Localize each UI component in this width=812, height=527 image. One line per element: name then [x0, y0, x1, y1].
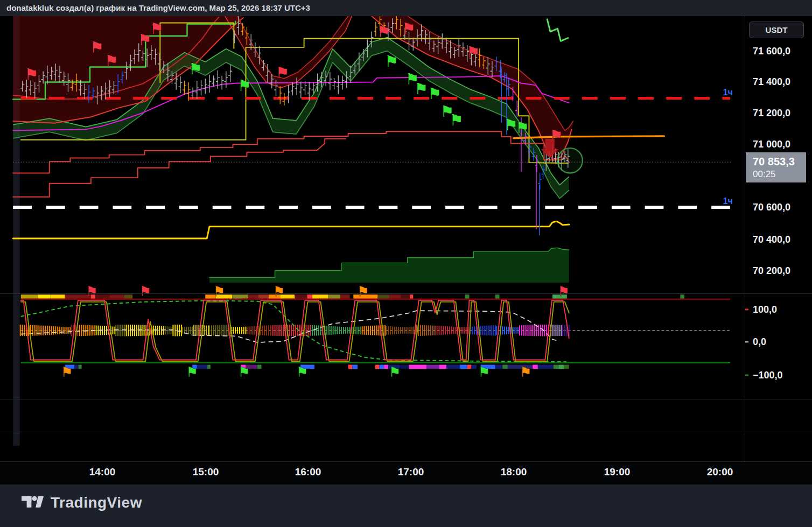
- signal-strip-segment: [312, 294, 328, 299]
- orange-flag-icon: ⚑: [213, 284, 225, 299]
- green-flag-icon: ⚑: [296, 364, 308, 380]
- signal-strip-segment: [197, 365, 207, 369]
- price-axis[interactable]: USDT 70 853,3 00:25 71 600,071 400,071 2…: [745, 16, 812, 461]
- signal-strip-segment: [348, 365, 353, 369]
- signal-strip-segment: [389, 294, 401, 299]
- tradingview-chart-window: donatakkluk создал(а) график на TradingV…: [0, 0, 812, 527]
- signal-strip-segment: [110, 294, 124, 299]
- price-tick-label: 71 600,0: [753, 46, 790, 57]
- red-flag-icon: ⚑: [24, 65, 38, 83]
- signal-strip-segment: [352, 365, 358, 369]
- signal-strip-segment: [426, 365, 439, 369]
- time-axis[interactable]: 14:0015:0016:0017:0018:0019:0020:00: [0, 461, 812, 484]
- signal-strip-segment: [558, 365, 564, 369]
- signal-strip-segment: [232, 294, 248, 299]
- red-flag-icon: ⚑: [139, 284, 151, 299]
- signal-strip-segment: [51, 294, 65, 299]
- red-flag-icon: ⚑: [377, 23, 391, 41]
- red-flag-icon: ⚑: [150, 19, 164, 38]
- timeframe-label: 1ч: [723, 87, 733, 97]
- chart-area[interactable]: 1ч1ч⚑⚑⚑⚑⚑⚑⚑⚑⚑⚑⚑⚑⚑⚑⚑⚑⚑⚑⚑⚑⚑⚑⚑⚑⚑⚑⚑⚑⚑⚑⚑⚑⚑: [0, 16, 745, 461]
- time-tick-label: 15:00: [193, 466, 219, 478]
- red-flag-icon: ⚑: [86, 284, 97, 299]
- red-flag-icon: ⚑: [466, 43, 480, 61]
- signal-strip-segment: [375, 365, 380, 369]
- signal-strip-segment: [380, 365, 384, 369]
- orange-flag-icon: ⚑: [273, 284, 285, 299]
- signal-strip-segment: [471, 365, 477, 369]
- signal-strip-segment: [207, 365, 211, 369]
- tradingview-logo-icon: [22, 495, 44, 511]
- oscillator-tick-label: 100,0: [753, 304, 777, 315]
- bar-countdown: 00:25: [753, 168, 806, 180]
- price-tick-label: 70 600,0: [753, 202, 790, 213]
- green-flag-icon: ⚑: [478, 364, 490, 380]
- signal-strip-segment: [533, 365, 538, 369]
- time-tick-label: 14:00: [89, 466, 116, 478]
- price-tick-label: 70 200,0: [753, 265, 790, 277]
- orange-flag-icon: ⚑: [61, 364, 73, 380]
- signal-strip-segment: [21, 294, 38, 299]
- signal-strip-segment: [378, 294, 389, 299]
- green-flag-icon: ⚑: [515, 118, 529, 137]
- signal-strip-segment: [495, 365, 503, 369]
- signal-strip-segment: [502, 365, 508, 369]
- signal-strip-segment: [74, 365, 79, 369]
- time-tick-label: 20:00: [707, 466, 733, 478]
- signal-strip-segment: [564, 365, 569, 369]
- panel-divider[interactable]: [0, 399, 812, 399]
- last-price-label: 70 853,3 00:25: [746, 152, 806, 182]
- signal-strip-segment: [401, 294, 410, 299]
- axis-tick-mark: [745, 375, 748, 376]
- signal-strip-segment: [79, 365, 82, 369]
- signal-strip-segment: [538, 365, 554, 369]
- oscillator-histogram: [386, 326, 415, 335]
- signal-strip-segment: [340, 294, 349, 299]
- tradingview-logo-text: TradingView: [51, 494, 142, 511]
- time-tick-label: 17:00: [398, 466, 424, 478]
- red-flag-icon: ⚑: [402, 19, 416, 38]
- signal-strip-segment: [400, 365, 409, 369]
- currency-button[interactable]: USDT: [749, 22, 804, 38]
- red-flag-icon: ⚑: [90, 38, 104, 57]
- signal-strip-segment: [257, 365, 262, 369]
- attribution-text: donatakkluk создал(а) график на TradingV…: [6, 3, 310, 12]
- orange-flag-icon: ⚑: [357, 284, 369, 299]
- green-flag-icon: ⚑: [414, 80, 428, 98]
- oscillator-histogram: [470, 325, 495, 336]
- signal-strip-segment: [446, 365, 460, 369]
- oscillator-tick-label: 0,0: [753, 336, 766, 348]
- green-flag-icon: ⚑: [238, 364, 250, 380]
- signal-strip-segment: [124, 294, 132, 299]
- axis-tick-mark: [745, 341, 748, 343]
- attribution-bar: donatakkluk создал(а) график на TradingV…: [0, 0, 812, 16]
- tradingview-logo[interactable]: TradingView: [22, 494, 142, 511]
- bottom-toolbar: TradingView: [0, 484, 812, 527]
- signal-strip-segment: [465, 294, 470, 299]
- signal-strip-segment: [467, 365, 472, 369]
- signal-strip-segment: [409, 365, 427, 369]
- panel-divider[interactable]: [0, 461, 812, 462]
- signal-strip-segment: [248, 294, 258, 299]
- signal-strip-segment: [38, 294, 51, 299]
- price-tick-label: 70 400,0: [753, 234, 790, 245]
- green-flag-icon: ⚑: [428, 85, 442, 103]
- green-flag-icon: ⚑: [450, 111, 464, 129]
- signal-strip-segment: [460, 365, 467, 369]
- panel-divider[interactable]: [0, 293, 812, 294]
- green-flag-icon: ⚑: [188, 60, 202, 78]
- axis-tick-mark: [745, 309, 748, 311]
- time-tick-label: 19:00: [604, 466, 631, 478]
- red-flag-icon: ⚑: [104, 52, 118, 70]
- time-tick-label: 16:00: [295, 466, 321, 478]
- chart-canvas[interactable]: 1ч1ч⚑⚑⚑⚑⚑⚑⚑⚑⚑⚑⚑⚑⚑⚑⚑⚑⚑⚑⚑⚑⚑⚑⚑⚑⚑⚑⚑⚑⚑⚑⚑⚑⚑: [0, 16, 745, 461]
- panel-divider[interactable]: [0, 432, 812, 432]
- signal-strip-segment: [410, 294, 413, 299]
- signal-strip-segment: [680, 294, 684, 299]
- green-flag-icon: ⚑: [389, 364, 401, 380]
- price-tick-label: 71 000,0: [753, 139, 790, 150]
- last-price-value: 70 853,3: [753, 154, 806, 168]
- oscillator-tick-label: −100,0: [753, 370, 783, 381]
- price-tick-label: 71 400,0: [753, 76, 790, 88]
- green-flag-icon: ⚑: [186, 364, 198, 380]
